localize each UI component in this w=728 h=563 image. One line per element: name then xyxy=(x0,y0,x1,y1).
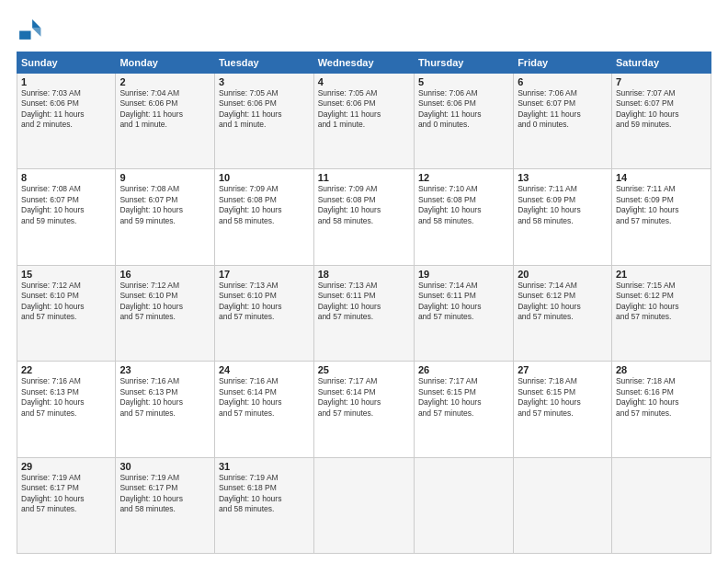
day-info: Sunrise: 7:05 AMSunset: 6:06 PMDaylight:… xyxy=(219,88,310,131)
day-info: Sunrise: 7:05 AMSunset: 6:06 PMDaylight:… xyxy=(318,88,410,131)
day-info: Sunrise: 7:16 AMSunset: 6:14 PMDaylight:… xyxy=(219,376,310,419)
day-number: 11 xyxy=(318,172,410,183)
day-number: 28 xyxy=(616,364,707,375)
day-info: Sunrise: 7:18 AMSunset: 6:16 PMDaylight:… xyxy=(616,376,707,419)
day-info: Sunrise: 7:14 AMSunset: 6:11 PMDaylight:… xyxy=(418,281,509,323)
day-number: 13 xyxy=(518,172,608,183)
day-cell: 10Sunrise: 7:09 AMSunset: 6:08 PMDayligh… xyxy=(214,169,313,265)
day-cell: 14Sunrise: 7:11 AMSunset: 6:09 PMDayligh… xyxy=(611,169,711,265)
day-cell: 13Sunrise: 7:11 AMSunset: 6:09 PMDayligh… xyxy=(514,169,612,265)
day-number: 7 xyxy=(616,76,707,87)
day-cell: 31Sunrise: 7:19 AMSunset: 6:18 PMDayligh… xyxy=(214,457,313,553)
day-number: 5 xyxy=(418,76,509,87)
day-cell: 18Sunrise: 7:13 AMSunset: 6:11 PMDayligh… xyxy=(313,265,414,361)
day-cell: 22Sunrise: 7:16 AMSunset: 6:13 PMDayligh… xyxy=(17,362,116,457)
week-row-4: 22Sunrise: 7:16 AMSunset: 6:13 PMDayligh… xyxy=(17,362,711,457)
day-cell: 15Sunrise: 7:12 AMSunset: 6:10 PMDayligh… xyxy=(17,265,116,361)
day-number: 9 xyxy=(119,172,210,183)
day-cell: 1Sunrise: 7:03 AMSunset: 6:06 PMDaylight… xyxy=(17,74,116,169)
day-number: 19 xyxy=(418,269,509,280)
day-cell: 7Sunrise: 7:07 AMSunset: 6:07 PMDaylight… xyxy=(611,74,711,169)
day-cell: 26Sunrise: 7:17 AMSunset: 6:15 PMDayligh… xyxy=(414,362,513,457)
day-info: Sunrise: 7:15 AMSunset: 6:12 PMDaylight:… xyxy=(616,281,707,323)
day-info: Sunrise: 7:06 AMSunset: 6:06 PMDaylight:… xyxy=(418,88,509,131)
day-cell: 28Sunrise: 7:18 AMSunset: 6:16 PMDayligh… xyxy=(611,362,711,457)
day-number: 12 xyxy=(418,172,509,183)
day-cell: 17Sunrise: 7:13 AMSunset: 6:10 PMDayligh… xyxy=(214,265,313,361)
day-number: 27 xyxy=(518,364,608,375)
day-info: Sunrise: 7:11 AMSunset: 6:09 PMDaylight:… xyxy=(616,184,707,226)
day-cell: 6Sunrise: 7:06 AMSunset: 6:07 PMDaylight… xyxy=(514,74,612,169)
day-cell xyxy=(514,457,612,553)
day-cell: 12Sunrise: 7:10 AMSunset: 6:08 PMDayligh… xyxy=(414,169,513,265)
day-number: 18 xyxy=(318,269,410,280)
day-number: 10 xyxy=(219,172,310,183)
day-cell: 20Sunrise: 7:14 AMSunset: 6:12 PMDayligh… xyxy=(514,265,612,361)
day-info: Sunrise: 7:16 AMSunset: 6:13 PMDaylight:… xyxy=(119,376,210,419)
day-cell: 3Sunrise: 7:05 AMSunset: 6:06 PMDaylight… xyxy=(214,74,313,169)
day-info: Sunrise: 7:08 AMSunset: 6:07 PMDaylight:… xyxy=(119,184,210,226)
day-info: Sunrise: 7:17 AMSunset: 6:14 PMDaylight:… xyxy=(318,376,410,419)
day-number: 8 xyxy=(21,172,111,183)
day-number: 20 xyxy=(518,269,608,280)
day-info: Sunrise: 7:13 AMSunset: 6:11 PMDaylight:… xyxy=(318,281,410,323)
weekday-header-saturday: Saturday xyxy=(611,52,711,74)
day-info: Sunrise: 7:19 AMSunset: 6:18 PMDaylight:… xyxy=(219,473,310,515)
day-info: Sunrise: 7:16 AMSunset: 6:13 PMDaylight:… xyxy=(21,376,111,419)
week-row-1: 1Sunrise: 7:03 AMSunset: 6:06 PMDaylight… xyxy=(17,74,711,169)
day-number: 30 xyxy=(119,461,210,472)
day-info: Sunrise: 7:07 AMSunset: 6:07 PMDaylight:… xyxy=(616,88,707,131)
day-number: 16 xyxy=(119,269,210,280)
day-info: Sunrise: 7:13 AMSunset: 6:10 PMDaylight:… xyxy=(219,281,310,323)
day-cell: 21Sunrise: 7:15 AMSunset: 6:12 PMDayligh… xyxy=(611,265,711,361)
weekday-header-monday: Monday xyxy=(116,52,215,74)
day-info: Sunrise: 7:12 AMSunset: 6:10 PMDaylight:… xyxy=(21,281,111,323)
day-number: 22 xyxy=(21,364,111,375)
day-number: 24 xyxy=(219,364,310,375)
logo xyxy=(17,17,44,42)
day-cell: 16Sunrise: 7:12 AMSunset: 6:10 PMDayligh… xyxy=(116,265,215,361)
day-cell: 30Sunrise: 7:19 AMSunset: 6:17 PMDayligh… xyxy=(116,457,215,553)
day-cell xyxy=(313,457,414,553)
day-info: Sunrise: 7:09 AMSunset: 6:08 PMDaylight:… xyxy=(219,184,310,226)
day-info: Sunrise: 7:11 AMSunset: 6:09 PMDaylight:… xyxy=(518,184,608,226)
day-number: 2 xyxy=(119,76,210,87)
day-info: Sunrise: 7:12 AMSunset: 6:10 PMDaylight:… xyxy=(119,281,210,323)
day-number: 29 xyxy=(21,461,111,472)
day-number: 17 xyxy=(219,269,310,280)
weekday-header-sunday: Sunday xyxy=(17,52,116,74)
day-cell: 2Sunrise: 7:04 AMSunset: 6:06 PMDaylight… xyxy=(116,74,215,169)
header xyxy=(17,17,711,42)
day-number: 26 xyxy=(418,364,509,375)
day-number: 6 xyxy=(518,76,608,87)
logo-icon xyxy=(17,17,42,42)
weekday-header-wednesday: Wednesday xyxy=(313,52,414,74)
day-number: 4 xyxy=(318,76,410,87)
day-cell: 5Sunrise: 7:06 AMSunset: 6:06 PMDaylight… xyxy=(414,74,513,169)
day-cell: 8Sunrise: 7:08 AMSunset: 6:07 PMDaylight… xyxy=(17,169,116,265)
day-number: 14 xyxy=(616,172,707,183)
day-cell: 4Sunrise: 7:05 AMSunset: 6:06 PMDaylight… xyxy=(313,74,414,169)
day-number: 21 xyxy=(616,269,707,280)
day-info: Sunrise: 7:17 AMSunset: 6:15 PMDaylight:… xyxy=(418,376,509,419)
day-cell xyxy=(611,457,711,553)
day-cell: 24Sunrise: 7:16 AMSunset: 6:14 PMDayligh… xyxy=(214,362,313,457)
day-number: 1 xyxy=(21,76,111,87)
day-number: 3 xyxy=(219,76,310,87)
day-cell: 25Sunrise: 7:17 AMSunset: 6:14 PMDayligh… xyxy=(313,362,414,457)
page: SundayMondayTuesdayWednesdayThursdayFrid… xyxy=(0,0,728,563)
weekday-header-tuesday: Tuesday xyxy=(214,52,313,74)
week-row-2: 8Sunrise: 7:08 AMSunset: 6:07 PMDaylight… xyxy=(17,169,711,265)
day-info: Sunrise: 7:09 AMSunset: 6:08 PMDaylight:… xyxy=(318,184,410,226)
day-number: 23 xyxy=(119,364,210,375)
day-info: Sunrise: 7:19 AMSunset: 6:17 PMDaylight:… xyxy=(21,473,111,515)
week-row-3: 15Sunrise: 7:12 AMSunset: 6:10 PMDayligh… xyxy=(17,265,711,361)
weekday-header-friday: Friday xyxy=(514,52,612,74)
weekday-header-thursday: Thursday xyxy=(414,52,513,74)
day-info: Sunrise: 7:19 AMSunset: 6:17 PMDaylight:… xyxy=(119,473,210,515)
day-cell: 19Sunrise: 7:14 AMSunset: 6:11 PMDayligh… xyxy=(414,265,513,361)
day-cell: 27Sunrise: 7:18 AMSunset: 6:15 PMDayligh… xyxy=(514,362,612,457)
day-cell: 23Sunrise: 7:16 AMSunset: 6:13 PMDayligh… xyxy=(116,362,215,457)
day-cell xyxy=(414,457,513,553)
day-info: Sunrise: 7:04 AMSunset: 6:06 PMDaylight:… xyxy=(119,88,210,131)
